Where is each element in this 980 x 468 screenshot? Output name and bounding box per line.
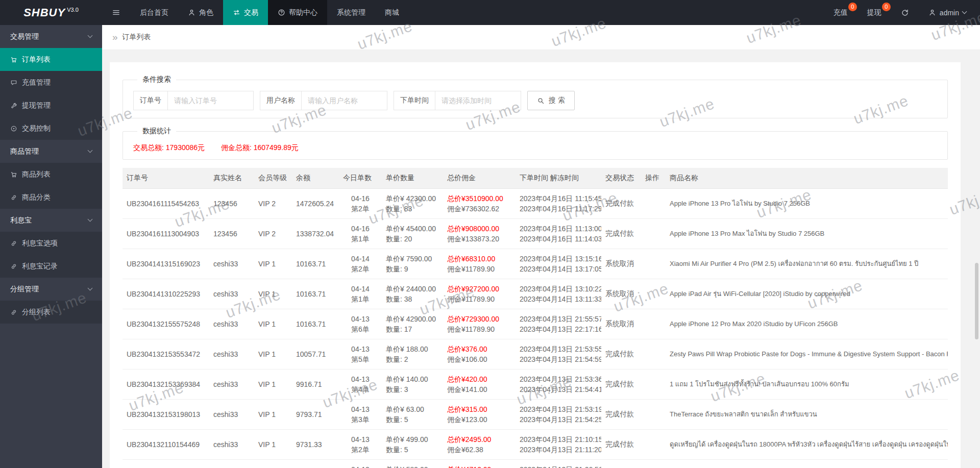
- nav-mall[interactable]: 商城: [375, 0, 409, 25]
- balance-cell: 9613.53: [292, 459, 339, 468]
- day-order-text: 第5单: [343, 354, 378, 364]
- search-button-label: 搜 索: [549, 96, 565, 105]
- sidebar-group-product[interactable]: 商品管理: [0, 140, 102, 163]
- unit-price-text: 单价¥ 499.00: [386, 434, 439, 445]
- product-name-cell: Xiaomi Mi Air Purifier 4 Pro (PM 2.5) เค…: [666, 249, 948, 279]
- search-panel: 条件搜索 订单号 用户名称 下单时间 搜 索: [122, 75, 948, 118]
- user-icon: [928, 9, 936, 16]
- table-row: UB2304132153553472 ceshi33 VIP 1 10057.7…: [122, 339, 948, 369]
- orders-card: 条件搜索 订单号 用户名称 下单时间 搜 索: [110, 62, 961, 468]
- commission-text: 佣金¥11789.90: [447, 324, 511, 334]
- record-circle-icon: [10, 125, 17, 132]
- nav-trade-label: 交易: [244, 8, 258, 17]
- sidebar-toggle-button[interactable]: [102, 0, 130, 25]
- sidebar-item-recharge[interactable]: 充值管理: [0, 71, 102, 94]
- user-name-input[interactable]: [302, 91, 387, 110]
- hamburger-icon: [112, 8, 120, 17]
- unit-price-text: 单价¥ 188.00: [386, 344, 439, 354]
- quantity-text: 数量: 20: [386, 234, 439, 244]
- sidebar-item-product-list[interactable]: 商品列表: [0, 163, 102, 186]
- total-commission-cell: 总价¥908000.00 佣金¥133873.20: [443, 218, 516, 249]
- day-order-text: 第3单: [343, 414, 378, 425]
- total-price-text: 总价¥729300.00: [447, 314, 511, 324]
- vip-level-cell: VIP 1: [254, 429, 292, 459]
- refresh-button[interactable]: [891, 0, 919, 25]
- sidebar-group-interest[interactable]: 利息宝: [0, 209, 102, 232]
- day-orders-cell: 04-13 第4单: [339, 369, 382, 399]
- times-cell: 2023年04月13日 21:53:36 2023年04月13日 21:54:4…: [516, 369, 601, 399]
- sidebar-item-withdraw[interactable]: 提现管理: [0, 94, 102, 117]
- total-price-text: 总价¥2495.00: [447, 434, 511, 445]
- quantity-text: 数量: 3: [386, 384, 439, 395]
- nav-home[interactable]: 后台首页: [130, 0, 178, 25]
- total-price-text: 总价¥4712.00: [447, 464, 511, 468]
- action-cell: [641, 429, 666, 459]
- action-cell: [641, 369, 666, 399]
- order-no-cell: UB2304132110154469: [122, 429, 209, 459]
- order-time-input[interactable]: [435, 91, 521, 110]
- order-time-text: 2023年04月16日 11:15:45: [520, 193, 597, 204]
- table-row: UB2304132106562365 ceshi33 VIP 1 9613.53…: [122, 459, 948, 468]
- comment-icon: [10, 79, 17, 86]
- times-cell: 2023年04月13日 21:10:15 2023年04月13日 21:11:2…: [516, 429, 601, 459]
- day-order-text: 第1单: [343, 294, 378, 304]
- balance-cell: 10163.71: [292, 279, 339, 309]
- order-no-input[interactable]: [168, 91, 254, 110]
- nav-recharge[interactable]: 充值 0: [824, 0, 857, 25]
- search-button[interactable]: 搜 索: [527, 91, 575, 110]
- quantity-text: 数量: 83: [386, 204, 439, 214]
- day-orders-cell: 04-16 第2单: [339, 188, 382, 218]
- times-cell: 2023年04月16日 11:15:45 2023年04月16日 11:17:2…: [516, 188, 601, 218]
- balance-cell: 9793.71: [292, 399, 339, 429]
- nav-help[interactable]: 帮助中心: [268, 0, 327, 25]
- sidebar-item-group-list[interactable]: 分组列表: [0, 301, 102, 324]
- order-no-cell: UB2304161113004903: [122, 218, 209, 249]
- admin-menu[interactable]: admin: [919, 0, 976, 25]
- order-time-text: 2023年04月14日 13:15:16: [520, 254, 597, 264]
- status-cell: 完成付款: [601, 459, 641, 468]
- product-name-cell: ดูดเหรียญได้ เครื่องดูดฝุ่นในรถ 18000PA …: [666, 429, 948, 459]
- times-cell: 2023年04月13日 21:53:19 2023年04月13日 21:54:2…: [516, 399, 601, 429]
- vip-level-cell: VIP 1: [254, 399, 292, 429]
- day-orders-cell: 04-13 第5单: [339, 339, 382, 369]
- total-price-text: 总价¥315.00: [447, 404, 511, 414]
- times-cell: 2023年04月14日 13:15:16 2023年04月14日 13:17:0…: [516, 249, 601, 279]
- link-icon: [10, 194, 17, 201]
- sidebar-group-label: 分组管理: [10, 285, 39, 294]
- sidebar-item-order-list[interactable]: 订单列表: [0, 48, 102, 71]
- nav-system[interactable]: 系统管理: [327, 0, 375, 25]
- sidebar-item-interest-options[interactable]: 利息宝选项: [0, 232, 102, 255]
- breadcrumb-arrows-icon: »: [112, 32, 116, 43]
- vip-level-cell: VIP 1: [254, 309, 292, 339]
- stats-panel: 数据统计 交易总额: 17930086元 佣金总额: 1607499.89元: [122, 127, 948, 160]
- unit-qty-cell: 单价¥ 45400.00 数量: 20: [382, 218, 443, 249]
- nav-withdraw[interactable]: 提现 0: [857, 0, 891, 25]
- unfreeze-time-text: 2023年04月13日 21:54:41: [520, 384, 597, 395]
- day-text: 04-14: [343, 284, 378, 294]
- user-name-label: 用户名称: [260, 91, 302, 110]
- nav-home-label: 后台首页: [140, 8, 168, 17]
- order-no-cell: UB2304141310225293: [122, 279, 209, 309]
- balance-cell: 10057.71: [292, 339, 339, 369]
- vertical-scrollbar-thumb[interactable]: [975, 263, 978, 339]
- order-no-cell: UB2304132153553472: [122, 339, 209, 369]
- action-cell: [641, 218, 666, 249]
- link-icon: [10, 240, 17, 247]
- sidebar-item-interest-records[interactable]: 利息宝记录: [0, 255, 102, 278]
- sidebar-group-grouping[interactable]: 分组管理: [0, 278, 102, 301]
- unit-price-text: 单价¥ 42900.00: [386, 314, 439, 324]
- vip-level-cell: VIP 1: [254, 369, 292, 399]
- status-cell: 完成付款: [601, 399, 641, 429]
- unit-qty-cell: 单价¥ 63.00 数量: 5: [382, 399, 443, 429]
- stats-line: 交易总额: 17930086元 佣金总额: 1607499.89元: [133, 143, 937, 153]
- commission-text: 佣金¥736302.62: [447, 204, 511, 214]
- nav-role[interactable]: 角色: [178, 0, 223, 25]
- nav-trade[interactable]: 交易: [223, 0, 268, 25]
- sidebar-group-trade[interactable]: 交易管理: [0, 25, 102, 48]
- commission-text: 佣金¥123.00: [447, 414, 511, 425]
- sidebar-item-trade-control[interactable]: 交易控制: [0, 117, 102, 140]
- day-orders-cell: 04-13 第3单: [339, 399, 382, 429]
- unit-qty-cell: 单价¥ 499.00 数量: 5: [382, 429, 443, 459]
- col-status: 交易状态: [601, 168, 641, 188]
- sidebar-item-product-category[interactable]: 商品分类: [0, 186, 102, 209]
